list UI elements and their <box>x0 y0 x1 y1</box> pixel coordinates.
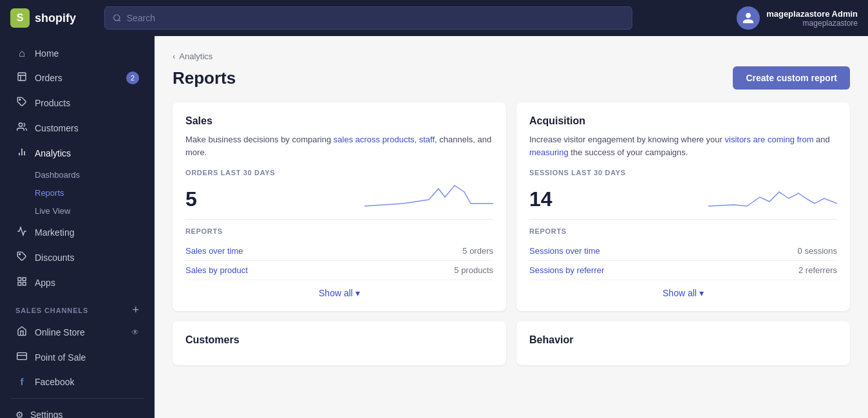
marketing-icon <box>15 226 28 239</box>
sales-channels-label: SALES CHANNELS + <box>5 296 149 319</box>
sales-show-all[interactable]: Show all ▾ <box>185 280 493 298</box>
page-header: Reports Create custom report <box>173 66 850 90</box>
acquisition-card-title: Acquisition <box>529 115 837 127</box>
acquisition-card-description: Increase visitor engagement by knowing w… <box>529 133 837 158</box>
sidebar-item-orders[interactable]: Orders 2 <box>5 66 149 90</box>
apps-icon <box>15 276 28 289</box>
svg-rect-8 <box>23 282 26 285</box>
products-icon <box>15 97 28 109</box>
sessions-by-referrer-link[interactable]: Sessions by referrer <box>529 265 604 275</box>
chevron-left-icon: ‹ <box>173 52 175 61</box>
sidebar-item-analytics[interactable]: Analytics <box>5 141 149 166</box>
svg-rect-9 <box>17 353 27 360</box>
sales-card-description: Make business decisions by comparing sal… <box>185 133 493 158</box>
sessions-over-time-count: 0 sessions <box>798 246 837 256</box>
home-icon <box>15 48 28 59</box>
user-area[interactable]: mageplazastore Admin mageplazastore <box>737 6 858 30</box>
sales-link-products[interactable]: sales across products, staff, <box>334 135 437 144</box>
svg-point-4 <box>19 254 21 255</box>
breadcrumb[interactable]: ‹ Analytics <box>173 52 850 61</box>
sidebar: Home Orders 2 Products Customers Analy <box>0 36 155 418</box>
logo[interactable]: S shopify <box>10 8 94 28</box>
logo-text: shopify <box>35 12 76 25</box>
search-bar[interactable] <box>104 6 632 30</box>
sidebar-sub-reports[interactable]: Reports <box>5 184 149 202</box>
sidebar-item-label: Orders <box>35 73 62 83</box>
main-content: ‹ Analytics Reports Create custom report… <box>155 36 868 418</box>
settings-icon <box>15 410 24 418</box>
acquisition-reports-label: REPORTS <box>529 227 837 235</box>
sidebar-item-label: Facebook <box>35 377 74 387</box>
svg-rect-7 <box>18 282 21 285</box>
acquisition-card: Acquisition Increase visitor engagement … <box>516 102 850 311</box>
sidebar-item-marketing[interactable]: Marketing <box>5 220 149 245</box>
sidebar-item-point-of-sale[interactable]: Point of Sale <box>5 345 149 370</box>
facebook-icon: f <box>15 376 28 387</box>
sales-over-time-count: 5 orders <box>462 246 493 256</box>
top-navigation: S shopify mageplazastore Admin mageplaza… <box>0 0 868 36</box>
sidebar-item-facebook[interactable]: f Facebook <box>5 370 149 393</box>
sidebar-item-label: Home <box>35 48 59 59</box>
sales-card-title: Sales <box>185 115 493 127</box>
sessions-over-time-link[interactable]: Sessions over time <box>529 246 600 256</box>
online-store-eye-icon: 👁 <box>131 328 139 337</box>
sales-reports-label: REPORTS <box>185 227 493 235</box>
report-row-sessions-over-time: Sessions over time 0 sessions <box>529 242 837 261</box>
user-info: mageplazastore Admin mageplazastore <box>766 9 858 28</box>
report-row-sales-over-time: Sales over time 5 orders <box>185 242 493 261</box>
chevron-down-icon: ▾ <box>355 288 360 298</box>
sales-metric-label: ORDERS LAST 30 DAYS <box>185 169 493 176</box>
acquisition-chart <box>708 179 837 211</box>
sidebar-item-label: Marketing <box>35 227 74 238</box>
discounts-icon <box>15 251 28 264</box>
behavior-card-title: Behavior <box>529 334 837 346</box>
sidebar-item-online-store[interactable]: Online Store 👁 <box>5 320 149 345</box>
sales-over-time-link[interactable]: Sales over time <box>185 246 243 256</box>
svg-rect-1 <box>18 73 26 81</box>
sidebar-item-label: Point of Sale <box>35 352 86 363</box>
svg-point-2 <box>19 99 21 100</box>
search-input[interactable] <box>127 13 624 23</box>
acquisition-metric-value: 14 <box>529 187 552 211</box>
svg-point-0 <box>114 15 120 21</box>
shopify-logo-icon: S <box>10 8 30 28</box>
acquisition-show-all-label: Show all <box>663 288 697 298</box>
sidebar-item-settings[interactable]: Settings <box>5 404 149 418</box>
sales-card: Sales Make business decisions by compari… <box>173 102 506 311</box>
sidebar-item-apps[interactable]: Apps <box>5 271 149 295</box>
acq-link-measuring[interactable]: measuring <box>529 147 569 157</box>
sidebar-item-home[interactable]: Home <box>5 42 149 65</box>
sidebar-item-products[interactable]: Products <box>5 91 149 115</box>
sidebar-sub-dashboards[interactable]: Dashboards <box>5 166 149 184</box>
acquisition-show-all[interactable]: Show all ▾ <box>529 280 837 298</box>
sessions-by-referrer-count: 2 referrers <box>798 265 837 275</box>
svg-rect-6 <box>23 278 26 281</box>
sidebar-sub-live-view[interactable]: Live View <box>5 202 149 220</box>
sidebar-item-label: Online Store <box>35 327 85 337</box>
report-row-sales-by-product: Sales by product 5 products <box>185 261 493 280</box>
acquisition-metric-row: 14 <box>529 179 837 211</box>
behavior-card: Behavior <box>516 321 850 365</box>
breadcrumb-parent: Analytics <box>179 52 212 61</box>
cards-grid: Sales Make business decisions by compari… <box>173 102 850 365</box>
create-custom-report-button[interactable]: Create custom report <box>733 66 850 90</box>
sidebar-item-discounts[interactable]: Discounts <box>5 245 149 270</box>
search-icon <box>113 14 122 23</box>
sales-metric-value: 5 <box>185 187 197 211</box>
pos-icon <box>15 351 28 364</box>
add-channel-button[interactable]: + <box>132 303 139 317</box>
user-name: mageplazastore Admin <box>766 9 858 19</box>
sales-by-product-link[interactable]: Sales by product <box>185 265 248 275</box>
sales-show-all-label: Show all <box>319 288 353 298</box>
acq-link-visitors[interactable]: visitors are coming from <box>725 135 814 144</box>
online-store-icon <box>15 326 28 339</box>
acquisition-metric-label: SESSIONS LAST 30 DAYS <box>529 169 837 176</box>
sidebar-item-label: Settings <box>30 410 63 418</box>
customers-card-title: Customers <box>185 334 493 346</box>
sidebar-item-customers[interactable]: Customers <box>5 116 149 140</box>
orders-badge: 2 <box>126 71 139 84</box>
svg-rect-5 <box>18 278 21 281</box>
report-row-sessions-by-referrer: Sessions by referrer 2 referrers <box>529 261 837 280</box>
sidebar-item-label: Discounts <box>35 252 74 263</box>
page-title: Reports <box>173 68 236 88</box>
